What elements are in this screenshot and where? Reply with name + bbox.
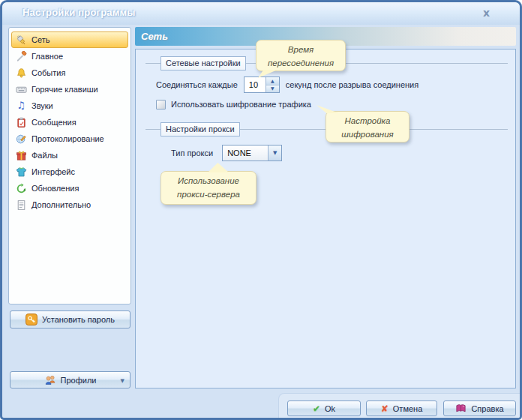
network-icon [15,34,27,46]
window-title: Настройки программы [22,7,136,18]
sidebar-item-hotkeys[interactable]: Горячие клавиши [11,81,128,98]
profiles-label: Профили [61,376,97,385]
close-icon[interactable]: x [483,7,490,19]
refresh-icon [15,182,27,194]
tooltip-proxy-usage: Использование прокси-сервера [160,171,256,205]
sidebar-item-files[interactable]: Файлы [11,147,128,164]
proxy-type-label: Тип прокси [171,148,213,158]
sidebar-item-label: Интерфейс [32,167,75,176]
ok-button[interactable]: ✔ Ok [287,400,361,416]
tooltip-line: Настройка [332,115,403,128]
spin-down-icon[interactable]: ▼ [266,86,279,93]
sidebar-item-events[interactable]: События [11,64,128,81]
ok-label: Ok [325,404,335,413]
network-group-legend: Сетевые настройки [160,56,246,70]
proxy-type-value: NONE [223,146,268,160]
cross-icon: ✘ [381,404,388,414]
settings-content-panel: Сетевые настройки Соединяться каждые ▲ ▼… [135,49,516,388]
sidebar-item-logging[interactable]: Протоколирование [11,130,128,147]
sidebar-item-general[interactable]: Главное [11,48,128,64]
chevron-down-icon: ▼ [121,378,124,384]
proxy-type-row: Тип прокси NONE ▼ [171,145,282,161]
sidebar-item-messages[interactable]: Сообщения [11,114,128,130]
sidebar-item-sounds[interactable]: ♫ Звуки [11,98,128,114]
tooltip-reconnect-time: Время пересоединения [256,40,346,71]
sidebar-item-network[interactable]: Сеть [11,32,128,48]
sidebar-item-label: Протоколирование [32,134,104,143]
gift-icon [15,149,27,161]
sidebar-item-label: Файлы [32,151,58,160]
bell-icon [15,67,27,79]
reconnect-suffix-label: секунд после разрыва соединения [286,80,418,89]
cancel-label: Отмена [393,404,422,413]
check-icon: ✔ [313,404,320,414]
sidebar-item-label: Горячие клавиши [32,85,98,94]
music-note-icon: ♫ [15,100,27,112]
sidebar-item-label: События [32,68,65,77]
tooltip-line: шифрования [332,128,403,142]
document-icon [15,199,27,211]
sidebar-item-label: Сеть [32,35,50,44]
sidebar-item-label: Сообщения [32,118,76,127]
title-bar: Настройки программы x [2,2,520,25]
dropdown-arrow-icon[interactable]: ▼ [268,146,281,160]
key-icon [26,314,38,326]
sidebar-item-label: Главное [32,52,63,61]
sidebar-item-label: Дополнительно [32,200,91,209]
tools-icon [15,50,27,62]
set-password-label: Установить пароль [42,315,115,324]
reconnect-prefix-label: Соединяться каждые [156,80,238,89]
encryption-checkbox[interactable] [156,100,166,110]
sidebar-item-label: Обновления [32,184,79,193]
help-button[interactable]: Справка [443,400,516,416]
profiles-button[interactable]: Профили ▼ [10,371,130,388]
cancel-button[interactable]: ✘ Отмена [366,400,437,416]
proxy-type-select[interactable]: NONE ▼ [222,145,282,161]
reconnect-row: Соединяться каждые ▲ ▼ секунд после разр… [156,76,418,93]
logging-icon [15,133,27,145]
reconnect-interval-input[interactable] [244,77,266,92]
settings-window: Настройки программы x Сеть Главное Событ… [0,0,522,420]
tooltip-line: пересоединения [262,57,339,70]
sidebar-item-advanced[interactable]: Дополнительно [11,196,128,213]
settings-category-list: Сеть Главное События Горячие клавиши ♫ З… [8,27,131,304]
keyboard-icon [15,83,27,95]
tooltip-line: Время [262,44,339,57]
proxy-group-legend: Настройки прокси [160,122,240,136]
tooltip-line: Использование [167,175,250,188]
spin-up-icon[interactable]: ▲ [266,77,279,86]
sidebar-item-interface[interactable]: Интерфейс [11,164,128,180]
encryption-checkbox-label: Использовать шифрование трафика [171,100,311,109]
tooltip-encryption: Настройка шифрования [326,111,410,142]
reconnect-interval-stepper: ▲ ▼ [244,76,280,93]
set-password-button[interactable]: Установить пароль [10,310,130,328]
book-icon [455,403,466,414]
encryption-row: Использовать шифрование трафика [156,98,311,111]
sidebar-item-updates[interactable]: Обновления [11,180,128,196]
clipboard-icon [15,116,27,128]
help-label: Справка [471,404,503,413]
tooltip-line: прокси-сервера [167,188,250,202]
sidebar-item-label: Звуки [32,101,53,110]
shirt-icon [15,166,27,178]
profiles-icon [44,374,56,386]
